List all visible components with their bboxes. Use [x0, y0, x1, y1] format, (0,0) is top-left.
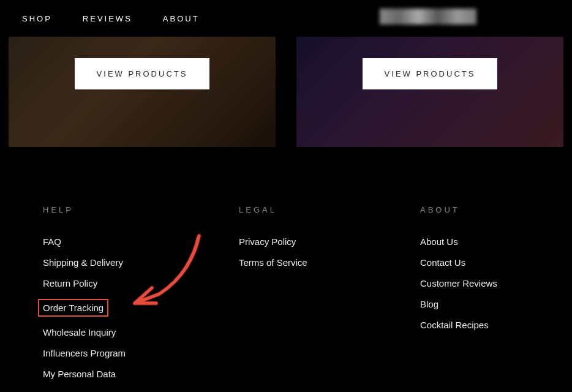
brand-logo[interactable] [380, 9, 476, 24]
footer-help-links: FAQ Shipping & Delivery Return Policy Or… [43, 236, 239, 379]
footer: HELP FAQ Shipping & Delivery Return Poli… [0, 147, 572, 392]
footer-heading-legal: LEGAL [239, 205, 420, 214]
promo-card-left: VIEW PRODUCTS [9, 37, 276, 147]
footer-col-about: ABOUT About Us Contact Us Customer Revie… [420, 205, 497, 392]
promo-card-right: VIEW PRODUCTS [296, 37, 563, 147]
footer-col-help: HELP FAQ Shipping & Delivery Return Poli… [43, 205, 239, 392]
nav-shop[interactable]: SHOP [22, 14, 52, 23]
promo-cards: VIEW PRODUCTS VIEW PRODUCTS [0, 37, 572, 147]
footer-about-links: About Us Contact Us Customer Reviews Blo… [420, 236, 497, 330]
footer-link-wholesale[interactable]: Wholesale Inquiry [43, 327, 116, 337]
footer-link-blog[interactable]: Blog [420, 299, 438, 309]
header-bar: SHOP REVIEWS ABOUT [0, 0, 572, 37]
footer-legal-links: Privacy Policy Terms of Service [239, 236, 420, 268]
main-nav: SHOP REVIEWS ABOUT [22, 14, 200, 23]
footer-link-order-tracking[interactable]: Order Tracking [38, 299, 108, 317]
footer-link-return-policy[interactable]: Return Policy [43, 278, 97, 288]
view-products-button-left[interactable]: VIEW PRODUCTS [75, 58, 210, 89]
footer-heading-about: ABOUT [420, 205, 497, 214]
footer-col-legal: LEGAL Privacy Policy Terms of Service [239, 205, 420, 392]
footer-link-about-us[interactable]: About Us [420, 236, 458, 247]
footer-link-customer-reviews[interactable]: Customer Reviews [420, 278, 497, 288]
nav-about[interactable]: ABOUT [163, 14, 200, 23]
footer-link-recipes[interactable]: Cocktail Recipes [420, 320, 489, 330]
footer-heading-help: HELP [43, 205, 239, 214]
footer-link-shipping[interactable]: Shipping & Delivery [43, 257, 123, 268]
footer-link-contact[interactable]: Contact Us [420, 257, 465, 268]
nav-reviews[interactable]: REVIEWS [83, 14, 132, 23]
footer-link-terms[interactable]: Terms of Service [239, 257, 307, 268]
footer-link-privacy[interactable]: Privacy Policy [239, 236, 296, 247]
footer-link-personal-data[interactable]: My Personal Data [43, 369, 116, 379]
footer-link-influencers[interactable]: Influencers Program [43, 348, 126, 358]
view-products-button-right[interactable]: VIEW PRODUCTS [363, 58, 498, 89]
footer-link-faq[interactable]: FAQ [43, 236, 61, 247]
